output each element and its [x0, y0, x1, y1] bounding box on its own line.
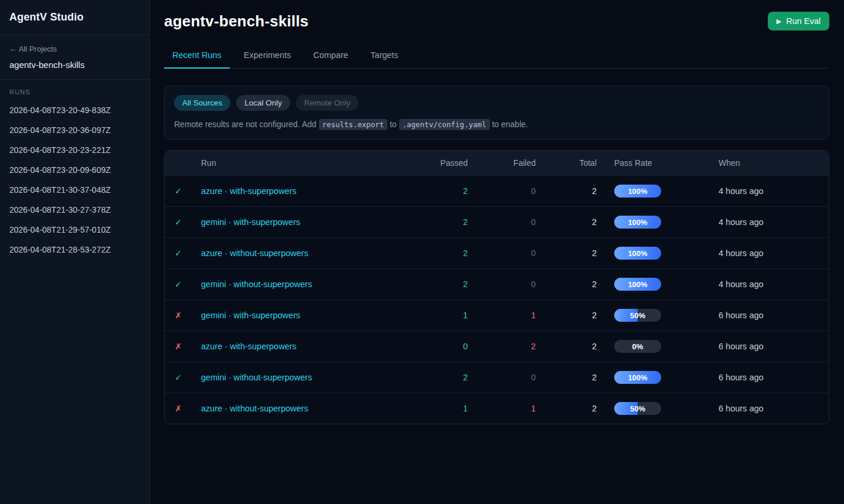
passed-cell: 1 — [414, 393, 468, 424]
source-filter-panel: All Sources Local Only Remote Only Remot… — [164, 86, 829, 139]
total-value: 2 — [592, 248, 597, 258]
column-header-run: Run — [192, 151, 414, 176]
tab-recent-runs[interactable]: Recent Runs — [164, 45, 230, 69]
passed-value: 2 — [463, 217, 468, 227]
pass-rate-pill: 100% — [614, 278, 661, 291]
when-value: 6 hours ago — [719, 404, 764, 413]
when-cell: 6 hours ago — [707, 300, 829, 331]
total-value: 2 — [592, 280, 597, 289]
filter-pill-all-sources[interactable]: All Sources — [174, 95, 230, 111]
sidebar-item-run[interactable]: 2026-04-08T23-20-49-838Z — [9, 100, 140, 120]
passed-cell: 2 — [414, 238, 468, 269]
status-cell: ✓ — [165, 176, 192, 207]
tab-compare[interactable]: Compare — [305, 45, 356, 68]
sidebar-item-run[interactable]: 2026-04-08T23-20-09-609Z — [9, 160, 140, 180]
remote-config-note: Remote results are not configured. Add r… — [174, 120, 819, 129]
sidebar-project-name: agentv-bench-skills — [9, 60, 140, 70]
table-row: ✗ gemini · with-superpowers 1 1 2 50% 6 … — [165, 300, 829, 331]
tab-experiments[interactable]: Experiments — [236, 45, 300, 68]
pass-rate-cell: 50% — [597, 393, 707, 424]
table-row: ✓ azure · with-superpowers 2 0 2 100% 4 … — [165, 176, 829, 207]
run-eval-button[interactable]: ▶ Run Eval — [768, 12, 829, 30]
run-cell: azure · without-superpowers — [192, 238, 414, 269]
sidebar-item-run[interactable]: 2026-04-08T23-20-36-097Z — [9, 120, 140, 140]
passed-cell: 2 — [414, 269, 468, 300]
total-cell: 2 — [536, 269, 597, 300]
pass-rate-label: 0% — [632, 342, 644, 351]
pass-rate-cell: 0% — [597, 331, 707, 362]
run-item-label: 2026-04-08T21-30-37-048Z — [9, 185, 111, 195]
runs-table: Run Passed Failed Total Pass Rate When ✓… — [165, 151, 829, 424]
run-link[interactable]: gemini · with-superpowers — [201, 311, 300, 320]
failed-cell: 0 — [468, 207, 536, 238]
failed-value: 0 — [531, 217, 536, 227]
run-link[interactable]: azure · without-superpowers — [201, 404, 308, 413]
filter-pill-local-only[interactable]: Local Only — [236, 95, 290, 111]
run-link[interactable]: gemini · without-superpowers — [201, 373, 312, 382]
passed-cell: 1 — [414, 300, 468, 331]
status-cell: ✗ — [165, 300, 192, 331]
status-cell: ✓ — [165, 269, 192, 300]
pass-rate-cell: 100% — [597, 238, 707, 269]
sidebar-project-section: ← All Projects agentv-bench-skills — [0, 35, 149, 80]
column-header-pass-rate: Pass Rate — [597, 151, 707, 176]
failed-cell: 0 — [468, 269, 536, 300]
main-header: agentv-bench-skills ▶ Run Eval — [164, 12, 829, 30]
column-header-when: When — [707, 151, 829, 176]
all-projects-link[interactable]: ← All Projects — [9, 45, 57, 53]
sidebar-header: AgentV Studio — [0, 0, 149, 35]
sidebar-item-run[interactable]: 2026-04-08T21-30-37-048Z — [9, 180, 140, 200]
when-cell: 4 hours ago — [707, 269, 829, 300]
passed-cell: 2 — [414, 176, 468, 207]
pass-rate-cell: 100% — [597, 176, 707, 207]
failed-value: 1 — [531, 311, 536, 320]
column-header-failed: Failed — [468, 151, 536, 176]
run-cell: gemini · without-superpowers — [192, 362, 414, 393]
when-value: 6 hours ago — [719, 373, 764, 382]
passed-cell: 2 — [414, 207, 468, 238]
failed-value: 1 — [531, 404, 536, 413]
table-row: ✓ gemini · without-superpowers 2 0 2 100… — [165, 269, 829, 300]
sidebar-item-run[interactable]: 2026-04-08T21-28-53-272Z — [9, 240, 140, 260]
status-cell: ✓ — [165, 362, 192, 393]
pass-rate-pill: 100% — [614, 247, 661, 260]
tab-targets[interactable]: Targets — [362, 45, 407, 68]
sidebar-item-run[interactable]: 2026-04-08T21-30-27-378Z — [9, 200, 140, 220]
failed-cell: 1 — [468, 300, 536, 331]
failed-value: 0 — [531, 280, 536, 289]
pass-rate-pill: 100% — [614, 371, 661, 384]
run-item-label: 2026-04-08T23-20-49-838Z — [9, 105, 111, 115]
pass-rate-label: 50% — [630, 311, 645, 320]
passed-value: 0 — [463, 342, 468, 351]
app-title: AgentV Studio — [9, 11, 140, 23]
page-title: agentv-bench-skills — [164, 12, 309, 30]
when-cell: 6 hours ago — [707, 362, 829, 393]
pass-rate-label: 100% — [628, 280, 647, 289]
run-link[interactable]: azure · without-superpowers — [201, 248, 308, 258]
run-cell: gemini · with-superpowers — [192, 207, 414, 238]
pass-rate-cell: 100% — [597, 362, 707, 393]
run-item-label: 2026-04-08T23-20-23-221Z — [9, 145, 111, 155]
run-link[interactable]: azure · with-superpowers — [201, 186, 297, 196]
status-cell: ✓ — [165, 238, 192, 269]
column-header-total: Total — [536, 151, 597, 176]
total-cell: 2 — [536, 300, 597, 331]
total-value: 2 — [592, 404, 597, 413]
when-value: 6 hours ago — [719, 311, 764, 320]
run-link[interactable]: gemini · with-superpowers — [201, 217, 300, 227]
filter-pill-remote-only[interactable]: Remote Only — [296, 95, 359, 111]
pass-rate-pill: 100% — [614, 216, 661, 229]
sidebar-item-run[interactable]: 2026-04-08T21-29-57-010Z — [9, 220, 140, 240]
note-suffix: to enable. — [490, 120, 528, 129]
table-row: ✓ gemini · with-superpowers 2 0 2 100% 4… — [165, 207, 829, 238]
sidebar-item-run[interactable]: 2026-04-08T23-20-23-221Z — [9, 140, 140, 160]
failed-cell: 0 — [468, 238, 536, 269]
run-link[interactable]: gemini · without-superpowers — [201, 280, 312, 289]
note-middle: to — [387, 120, 399, 129]
row-status-icon: ✓ — [175, 217, 182, 227]
run-link[interactable]: azure · with-superpowers — [201, 342, 297, 351]
run-item-label: 2026-04-08T21-29-57-010Z — [9, 225, 111, 234]
sidebar-runs-section: RUNS 2026-04-08T23-20-49-838Z 2026-04-08… — [0, 80, 149, 265]
total-cell: 2 — [536, 238, 597, 269]
run-eval-label: Run Eval — [786, 16, 821, 26]
